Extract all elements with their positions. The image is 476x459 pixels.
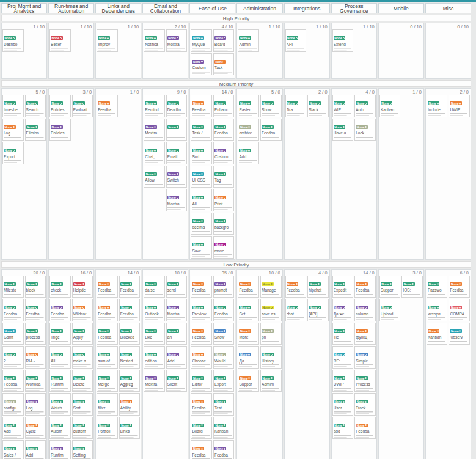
tag-badge[interactable]: None — [287, 36, 299, 40]
kanban-card[interactable]: None Trige — [49, 323, 71, 345]
kanban-card[interactable]: None Helpde — [72, 276, 93, 298]
kanban-card[interactable]: None Feedba — [25, 299, 46, 321]
kanban-card[interactable]: None Show — [260, 95, 282, 117]
kanban-card[interactable]: None Board — [213, 29, 235, 52]
kanban-card[interactable]: None Passwo — [427, 276, 448, 298]
kanban-card[interactable]: None More — [238, 323, 259, 345]
cell-high-priority-mobile[interactable]: 0 / 10 — [378, 23, 424, 79]
tag-badge[interactable]: None — [167, 282, 180, 286]
tag-badge[interactable]: None — [309, 101, 321, 105]
tag-badge[interactable]: None — [26, 282, 38, 286]
tag-badge[interactable]: None — [120, 306, 133, 309]
tag-badge[interactable]: None — [214, 149, 227, 152]
kanban-card[interactable]: None Add — [166, 346, 188, 369]
tag-badge[interactable]: None — [239, 329, 251, 333]
tag-badge[interactable]: None — [4, 306, 16, 309]
tag-badge[interactable]: None — [4, 447, 16, 450]
kanban-card[interactable]: None Merge — [97, 370, 118, 392]
tag-badge[interactable]: None — [145, 376, 157, 380]
swimlane-label[interactable]: Medium Priority — [1, 80, 471, 87]
tag-badge[interactable]: None — [73, 400, 86, 403]
cell-high-priority-integrations[interactable]: 1 / 10 None API — [284, 23, 330, 79]
kanban-card[interactable]: None Deadlin — [166, 95, 188, 117]
kanban-card[interactable]: None Enhanc — [213, 95, 235, 117]
tag-badge[interactable]: None — [192, 353, 204, 356]
kanban-card[interactable]: None Jira — [285, 95, 307, 117]
tag-badge[interactable]: None — [214, 424, 227, 427]
tag-badge[interactable]: None — [98, 306, 110, 309]
tag-badge[interactable]: None — [428, 282, 440, 286]
kanban-card[interactable]: None Kanban — [379, 95, 401, 117]
kanban-card[interactable]: None Links — [119, 417, 141, 439]
tag-badge[interactable]: None — [26, 400, 38, 403]
tag-badge[interactable]: None — [381, 282, 393, 286]
cell-medium-priority-links-and-dependencies[interactable]: 1 / 0 None Feedba — [95, 88, 141, 260]
tag-badge[interactable]: None — [98, 282, 110, 286]
kanban-card[interactable]: None IOS: — [401, 276, 423, 298]
kanban-card[interactable]: None Feedba — [354, 276, 376, 298]
tag-badge[interactable]: None — [51, 306, 63, 309]
kanban-card[interactable]: None Task / — [191, 119, 212, 141]
kanban-card[interactable]: None Apply — [72, 323, 93, 345]
kanban-card[interactable]: None Evaluati — [72, 95, 93, 117]
kanban-card[interactable]: None da se — [144, 276, 165, 298]
kanban-card[interactable]: None sum of — [97, 346, 118, 369]
tag-badge[interactable]: None — [239, 306, 251, 309]
cell-medium-priority-email-and-collaboration[interactable]: 9 / 0 None Remind None Moxtra None Chat,… — [142, 88, 188, 260]
kanban-card[interactable]: None Simple — [354, 346, 376, 369]
kanban-card[interactable]: None pri — [260, 323, 282, 345]
cell-low-priority-mobile[interactable]: 3 / 0 None Suppor None Upload None IOS: — [378, 269, 424, 459]
kanban-card[interactable]: None Да — [238, 346, 259, 369]
kanban-card[interactable]: None Feedba — [260, 119, 282, 141]
kanban-card[interactable]: None move — [213, 236, 235, 259]
kanban-card[interactable]: None Feedba — [191, 323, 212, 345]
tag-badge[interactable]: None — [26, 306, 38, 309]
cell-low-priority-misc[interactable]: 6 / 0 None Passwo None истори None Kanba… — [425, 269, 471, 459]
tag-badge[interactable]: None — [334, 101, 346, 105]
cell-medium-priority-proj-mgmt-and-analytics[interactable]: 5 / 0 None timeshe None Log None Export … — [1, 88, 47, 260]
kanban-card[interactable]: None UI CSS — [191, 166, 212, 188]
kanban-card[interactable]: None make a — [72, 346, 93, 369]
kanban-card[interactable]: None Moxtra — [166, 189, 188, 211]
kanban-card[interactable]: None RE: — [332, 346, 354, 369]
tag-badge[interactable]: None — [214, 196, 227, 199]
tag-badge[interactable]: None — [356, 101, 368, 105]
tag-badge[interactable]: None — [120, 400, 133, 403]
tag-badge[interactable]: None — [26, 353, 38, 356]
kanban-card[interactable]: None archive — [238, 119, 259, 141]
cell-low-priority-administration[interactable]: 10 / 0 None Feedba None Set None More No… — [236, 269, 282, 459]
tag-badge[interactable]: None — [214, 36, 227, 40]
tag-badge[interactable]: None — [4, 149, 16, 152]
tag-badge[interactable]: None — [26, 101, 38, 105]
tag-badge[interactable]: None — [167, 36, 180, 40]
kanban-card[interactable]: None edit on — [144, 346, 165, 369]
kanban-card[interactable]: None Feedba — [49, 299, 71, 321]
kanban-card[interactable]: None Delete — [72, 370, 93, 392]
kanban-card[interactable]: None Custom — [213, 142, 235, 164]
kanban-card[interactable]: None Policies — [49, 119, 71, 141]
kanban-card[interactable]: None decima — [191, 213, 212, 235]
tag-badge[interactable]: None — [120, 353, 133, 356]
kanban-card[interactable]: None Easier — [238, 95, 259, 117]
kanban-card[interactable]: None Manage — [260, 276, 282, 298]
kanban-card[interactable]: None Suppor — [379, 276, 401, 298]
kanban-card[interactable]: None Set — [238, 299, 259, 321]
kanban-card[interactable]: None Test — [213, 393, 235, 416]
tag-badge[interactable]: None — [145, 149, 157, 152]
tag-badge[interactable]: None — [98, 400, 110, 403]
tag-badge[interactable]: None — [4, 353, 16, 356]
tag-badge[interactable]: None — [145, 282, 157, 286]
kanban-card[interactable]: None Silent — [166, 370, 188, 392]
kanban-card[interactable]: None Feedba — [285, 276, 307, 298]
tag-badge[interactable]: None — [334, 125, 346, 129]
tag-badge[interactable]: None — [192, 243, 204, 246]
tag-badge[interactable]: None — [73, 101, 86, 105]
tag-badge[interactable]: None — [192, 376, 204, 380]
cell-low-priority-integrations[interactable]: 4 / 0 None Feedba None chat None hipchat… — [284, 269, 330, 459]
column-header-email-and-collaboration[interactable]: Email and Collaboration — [142, 3, 188, 13]
kanban-card[interactable]: None Aggreg — [119, 370, 141, 392]
tag-badge[interactable]: None — [192, 36, 204, 40]
tag-badge[interactable]: None — [4, 125, 16, 129]
cell-high-priority-ease-of-use[interactable]: 4 / 10 None MyQue None Custom None Board… — [189, 23, 235, 79]
kanban-card[interactable]: None RIA - — [25, 346, 46, 369]
